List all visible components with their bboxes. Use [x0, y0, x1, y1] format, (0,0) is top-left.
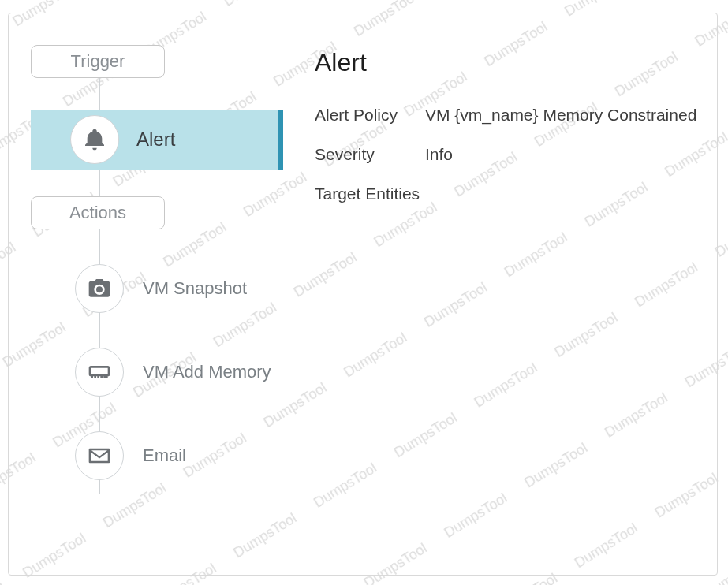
camera-icon: [75, 264, 124, 313]
playbook-panel: Trigger Alert Actions VM Snapshot VM Add…: [8, 13, 718, 576]
trigger-header[interactable]: Trigger: [31, 45, 165, 78]
detail-row: Severity Info: [315, 145, 701, 164]
trigger-alert-label: Alert: [136, 129, 175, 151]
detail-title: Alert: [315, 48, 701, 77]
actions-label: Actions: [69, 203, 126, 223]
action-node[interactable]: VM Add Memory: [75, 348, 293, 397]
svg-rect-1: [90, 367, 109, 375]
bell-icon: [70, 115, 119, 164]
detail-value: [425, 184, 701, 203]
trigger-alert-node[interactable]: Alert: [31, 110, 283, 170]
action-label: Email: [143, 445, 186, 466]
detail-column: Alert Alert Policy VM {vm_name} Memory C…: [293, 13, 717, 575]
detail-row: Alert Policy VM {vm_name} Memory Constra…: [315, 106, 701, 125]
detail-key: Target Entities: [315, 184, 425, 203]
mail-icon: [75, 431, 124, 480]
detail-key: Alert Policy: [315, 106, 425, 125]
trigger-label: Trigger: [71, 51, 125, 72]
detail-row: Target Entities: [315, 184, 701, 203]
action-node[interactable]: VM Snapshot: [75, 264, 293, 313]
detail-value: VM {vm_name} Memory Constrained: [425, 106, 701, 125]
action-label: VM Snapshot: [143, 278, 247, 299]
memory-icon: [75, 348, 124, 397]
detail-key: Severity: [315, 145, 425, 164]
action-label: VM Add Memory: [143, 362, 271, 382]
detail-value: Info: [425, 145, 701, 164]
flow-column: Trigger Alert Actions VM Snapshot VM Add…: [9, 13, 293, 575]
action-node[interactable]: Email: [75, 431, 293, 480]
actions-header[interactable]: Actions: [31, 196, 165, 229]
